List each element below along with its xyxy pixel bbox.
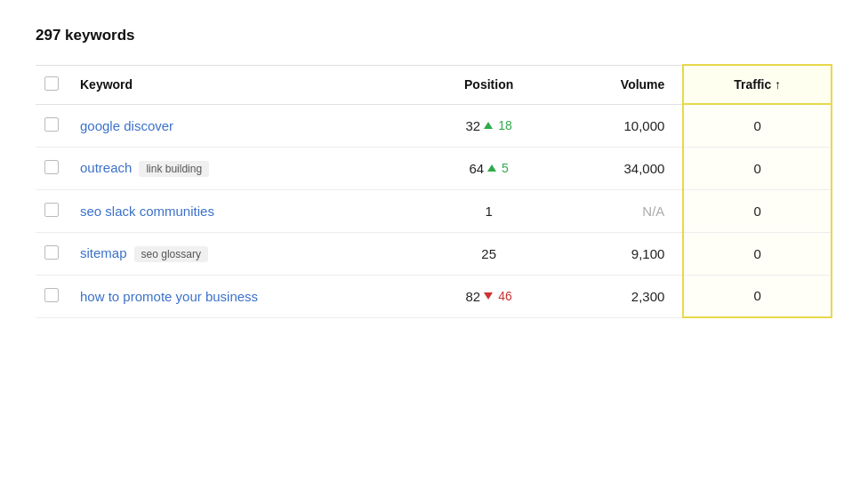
keyword-tag: link building	[139, 161, 209, 177]
volume-cell: 10,000	[551, 104, 683, 147]
traffic-cell: 0	[683, 147, 832, 189]
header-checkbox-col	[36, 65, 71, 104]
position-change-value: 46	[498, 289, 512, 303]
position-change-value: 5	[502, 161, 509, 175]
row-checkbox[interactable]	[44, 203, 59, 217]
row-checkbox[interactable]	[44, 288, 59, 302]
row-checkbox-cell	[36, 275, 71, 317]
keyword-link[interactable]: sitemap	[80, 245, 127, 260]
table-row: sitemapseo glossary259,1000	[36, 232, 832, 275]
keyword-link[interactable]: seo slack communities	[80, 204, 214, 219]
volume-cell: 2,300	[551, 275, 683, 317]
position-cell: 1	[427, 189, 551, 232]
position-cell: 8246	[427, 275, 551, 317]
position-cell: 3218	[427, 104, 551, 147]
keyword-link[interactable]: how to promote your business	[80, 289, 258, 304]
row-checkbox[interactable]	[44, 245, 59, 260]
volume-na: N/A	[642, 204, 664, 219]
volume-cell: N/A	[551, 189, 683, 232]
position-up-arrow-icon	[484, 122, 493, 129]
position-down-arrow-icon	[484, 292, 493, 300]
keyword-link[interactable]: google discover	[80, 118, 173, 133]
traffic-cell: 0	[683, 232, 832, 275]
header-volume[interactable]: Volume	[551, 65, 683, 104]
row-checkbox-cell	[36, 232, 71, 275]
table-row: how to promote your business82462,3000	[36, 275, 832, 317]
header-position[interactable]: Position	[427, 65, 551, 104]
position-number: 82	[466, 289, 481, 304]
position-number: 1	[485, 204, 492, 219]
keyword-cell: google discover	[71, 104, 427, 147]
keywords-table: Keyword Position Volume Traffic ↑ google…	[36, 64, 832, 318]
volume-cell: 9,100	[551, 232, 683, 275]
select-all-checkbox[interactable]	[44, 76, 59, 91]
row-checkbox[interactable]	[44, 117, 59, 132]
keyword-cell: how to promote your business	[71, 275, 427, 317]
position-cell: 645	[427, 147, 551, 189]
header-traffic[interactable]: Traffic ↑	[683, 65, 832, 104]
keyword-cell: sitemapseo glossary	[71, 232, 427, 275]
keyword-cell: seo slack communities	[71, 189, 427, 232]
keyword-cell: outreachlink building	[71, 147, 427, 189]
row-checkbox-cell	[36, 147, 71, 189]
header-keyword: Keyword	[71, 65, 427, 104]
keyword-link[interactable]: outreach	[80, 160, 132, 175]
volume-cell: 34,000	[551, 147, 683, 189]
row-checkbox-cell	[36, 104, 71, 147]
position-up-arrow-icon	[487, 164, 496, 172]
position-cell: 25	[427, 232, 551, 275]
position-number: 25	[481, 246, 496, 261]
position-number: 32	[466, 118, 481, 133]
traffic-cell: 0	[683, 275, 832, 317]
table-row: google discover321810,0000	[36, 104, 832, 147]
row-checkbox-cell	[36, 189, 71, 232]
keyword-tag: seo glossary	[134, 246, 208, 262]
row-checkbox[interactable]	[44, 160, 59, 174]
table-row: outreachlink building64534,0000	[36, 147, 832, 189]
page-title: 297 keywords	[36, 27, 832, 44]
position-number: 64	[469, 161, 484, 176]
table-row: seo slack communities1N/A0	[36, 189, 832, 232]
traffic-cell: 0	[683, 189, 832, 232]
traffic-cell: 0	[683, 104, 832, 147]
table-header-row: Keyword Position Volume Traffic ↑	[36, 65, 832, 104]
position-change-value: 18	[498, 118, 512, 132]
